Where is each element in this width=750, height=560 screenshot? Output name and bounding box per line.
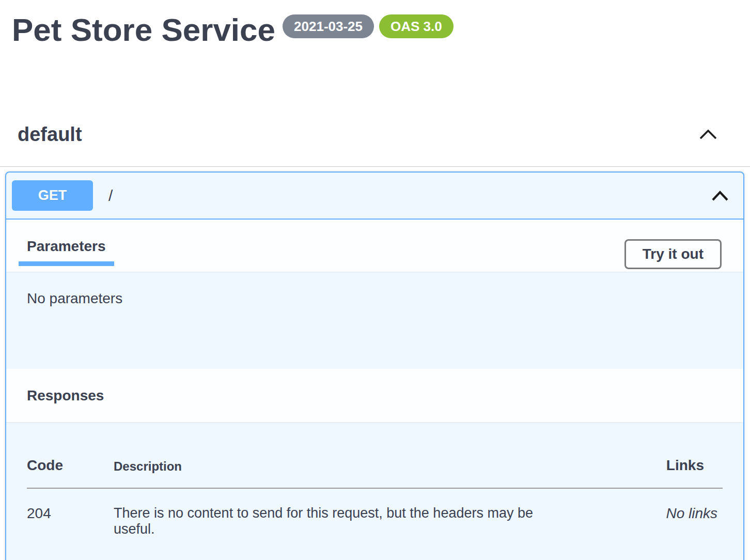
chevron-up-icon[interactable] — [711, 190, 729, 201]
badge-row: 2021-03-25 OAS 3.0 — [283, 14, 454, 38]
swagger-page: Pet Store Service 2021-03-25 OAS 3.0 def… — [0, 0, 750, 560]
column-header-code: Code — [27, 438, 114, 488]
responses-body: Code Description Links 204 There is no c… — [6, 422, 743, 560]
response-code: 204 — [27, 488, 114, 537]
parameters-tab-label: Parameters — [27, 238, 106, 254]
page-title: Pet Store Service — [12, 11, 275, 48]
tag-section-header[interactable]: default — [0, 123, 750, 167]
api-info-header: Pet Store Service 2021-03-25 OAS 3.0 — [0, 0, 750, 48]
parameters-section-header: Parameters Try it out — [6, 220, 743, 272]
responses-heading: Responses — [27, 387, 723, 404]
operation-summary[interactable]: GET / — [6, 173, 743, 220]
column-header-description: Description — [114, 438, 609, 488]
opblock-body: Parameters Try it out No parameters Resp… — [6, 220, 743, 560]
oas-badge: OAS 3.0 — [379, 14, 454, 38]
tag-name: default — [18, 123, 82, 146]
response-links: No links — [609, 488, 723, 537]
responses-table: Code Description Links 204 There is no c… — [27, 438, 723, 537]
table-row: 204 There is no content to send for this… — [27, 488, 723, 537]
http-method-badge: GET — [12, 180, 93, 211]
responses-section-header: Responses — [6, 369, 743, 422]
try-it-out-button[interactable]: Try it out — [624, 239, 722, 269]
operation-path: / — [108, 187, 113, 205]
column-header-links: Links — [609, 438, 723, 488]
tab-parameters: Parameters — [19, 239, 114, 266]
response-description: There is no content to send for this req… — [114, 488, 609, 537]
chevron-up-icon[interactable] — [698, 129, 718, 140]
parameters-body: No parameters — [6, 272, 743, 369]
table-header-row: Code Description Links — [27, 438, 723, 488]
tag-section-default: default GET / — [0, 123, 750, 560]
opblock-get: GET / Parameters Try it out — [5, 172, 744, 560]
no-parameters-message: No parameters — [27, 290, 122, 306]
version-badge: 2021-03-25 — [283, 14, 374, 38]
